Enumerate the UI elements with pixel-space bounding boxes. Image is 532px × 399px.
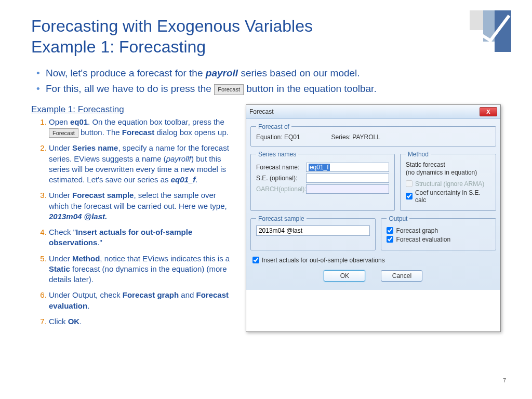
forecast-dialog: Forecast X Forecast of Equation: EQ01 Se… [246, 104, 501, 332]
garch-label: GARCH(optional): [256, 185, 303, 193]
forecast-button-inline-step: Forecast [49, 128, 78, 138]
method-group: Method Static forecast (no dynamics in e… [400, 151, 496, 211]
logo [470, 10, 511, 52]
intro-bullets: Now, let's produce a forecast for the pa… [36, 65, 501, 97]
example-heading: Example 1: Forecasting [31, 104, 235, 115]
structural-checkbox [406, 180, 413, 187]
forecast-name-label: Forecast name: [256, 164, 303, 171]
series-label: Series: PAYROLL [331, 134, 380, 141]
forecast-sample-group: Forecast sample [250, 215, 376, 250]
forecast-name-input[interactable]: eq01_f [309, 164, 330, 171]
cancel-button[interactable]: Cancel [381, 270, 422, 282]
dialog-title: Forecast [249, 108, 274, 115]
forecast-graph-checkbox[interactable] [387, 227, 393, 234]
equation-label: Equation: EQ01 [256, 134, 300, 141]
chart-line-icon [470, 10, 511, 52]
page-number: 7 [503, 377, 506, 383]
se-label: S.E. (optional): [256, 175, 303, 182]
output-group: Output Forecast graph Forecast evaluatio… [381, 215, 496, 250]
series-names-group: Series names Forecast name: eq01_f S.E. … [250, 151, 395, 211]
se-input[interactable] [306, 174, 389, 183]
close-icon[interactable]: X [480, 107, 497, 116]
coef-uncertainty-checkbox[interactable] [406, 193, 413, 200]
ok-button[interactable]: OK [324, 270, 365, 282]
dialog-titlebar[interactable]: Forecast X [246, 105, 500, 119]
garch-input [306, 184, 389, 194]
forecast-button-inline: Forecast [214, 84, 244, 96]
forecast-sample-input[interactable] [256, 225, 370, 236]
forecast-of-group: Forecast of Equation: EQ01 Series: PAYRO… [250, 123, 496, 147]
insert-actuals-checkbox[interactable] [252, 257, 259, 263]
forecast-evaluation-checkbox[interactable] [387, 236, 393, 243]
slide-title: Forecasting with Exogenous Variables Exa… [31, 16, 501, 57]
steps-list: Open eq01. On the equation box toolbar, … [31, 117, 235, 327]
method-text: Static forecast (no dynamics in equation… [406, 161, 490, 177]
